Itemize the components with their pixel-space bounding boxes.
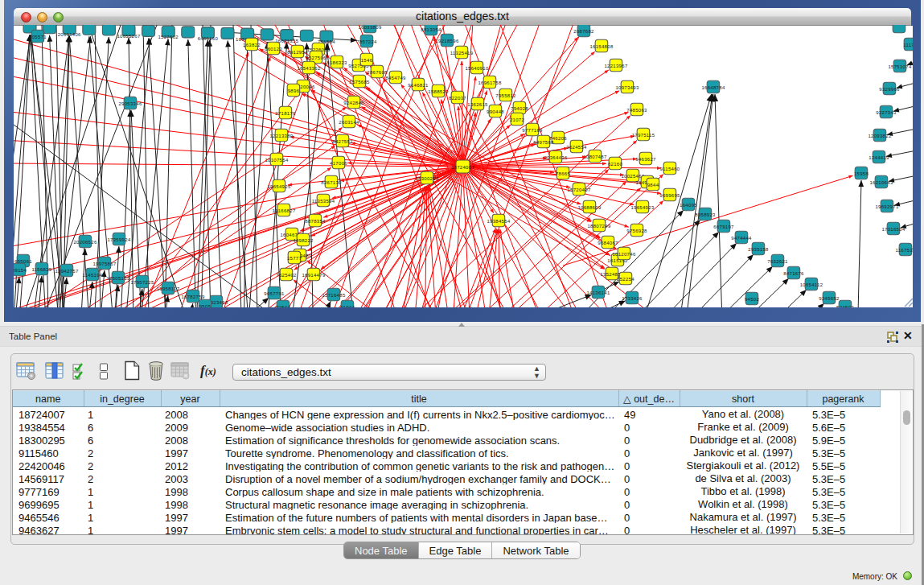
svg-text:8471676: 8471676 [783, 271, 804, 276]
svg-text:19692971: 19692971 [875, 204, 898, 209]
svg-text:9756928: 9756928 [626, 229, 647, 233]
svg-text:9527506: 9527506 [306, 56, 326, 60]
svg-text:1733426: 1733426 [622, 296, 643, 301]
svg-text:2935158: 2935158 [748, 247, 769, 252]
svg-text:9227343: 9227343 [876, 110, 897, 115]
svg-text:1527602: 1527602 [158, 35, 179, 39]
svg-text:12505155: 12505155 [106, 276, 129, 281]
svg-text:7485063: 7485063 [626, 108, 647, 113]
svg-text:62160: 62160 [608, 162, 623, 167]
svg-text:1167533: 1167533 [895, 248, 913, 253]
svg-text:19654925: 19654925 [267, 184, 290, 189]
svg-text:10120746: 10120746 [612, 252, 635, 257]
svg-text:794028: 794028 [511, 106, 528, 111]
svg-text:8878354: 8878354 [305, 219, 326, 224]
svg-text:7625402: 7625402 [276, 273, 297, 278]
svg-text:19958117: 19958117 [157, 286, 180, 291]
svg-text:18300295: 18300295 [415, 176, 438, 181]
svg-text:10973493: 10973493 [615, 85, 639, 90]
svg-text:10688609: 10688609 [577, 205, 601, 210]
svg-text:91044: 91044 [340, 305, 355, 307]
svg-text:11175: 11175 [903, 43, 913, 47]
svg-text:15720407: 15720407 [567, 187, 590, 192]
svg-text:2867608: 2867608 [367, 70, 388, 75]
svg-text:19654923: 19654923 [630, 205, 654, 210]
svg-text:15716485: 15716485 [322, 293, 345, 298]
svg-text:163822: 163822 [243, 43, 261, 47]
svg-text:16154808: 16154808 [589, 44, 613, 49]
svg-text:9245652: 9245652 [819, 296, 840, 301]
svg-text:94502: 94502 [745, 297, 760, 302]
svg-text:19384554: 19384554 [487, 219, 510, 224]
svg-text:9896: 9896 [288, 89, 300, 93]
svg-text:1588520: 1588520 [428, 89, 449, 94]
svg-text:16648784: 16648784 [701, 85, 725, 90]
svg-text:17016504: 17016504 [881, 227, 905, 232]
svg-text:7632621: 7632621 [767, 259, 788, 264]
svg-text:990448: 990448 [487, 109, 504, 114]
svg-text:10654112: 10654112 [800, 282, 823, 287]
svg-text:72544: 72544 [276, 305, 291, 307]
svg-text:12213967: 12213967 [604, 64, 627, 68]
svg-text:18724007: 18724007 [451, 165, 474, 170]
svg-text:11325419: 11325419 [450, 51, 474, 56]
svg-text:5575685: 5575685 [349, 80, 370, 84]
svg-text:15777: 15777 [287, 256, 302, 261]
svg-text:16782759: 16782759 [181, 295, 204, 299]
svg-text:8958923: 8958923 [695, 212, 716, 217]
svg-text:1362615: 1362615 [467, 102, 488, 107]
svg-text:16914479: 16914479 [302, 273, 325, 278]
svg-text:8454749: 8454749 [385, 76, 406, 80]
svg-text:17957225: 17957225 [130, 280, 154, 285]
svg-text:17359924: 17359924 [107, 237, 130, 242]
svg-text:4498222: 4498222 [293, 238, 314, 243]
svg-text:20364436: 20364436 [544, 155, 567, 160]
svg-text:8186323: 8186323 [326, 60, 347, 65]
svg-text:524502: 524502 [836, 305, 854, 307]
svg-text:9844: 9844 [647, 183, 659, 187]
svg-text:19218596: 19218596 [435, 39, 458, 43]
svg-text:7857224: 7857224 [356, 39, 377, 44]
svg-text:12942757: 12942757 [55, 269, 78, 274]
svg-text:1244419: 1244419 [869, 155, 889, 160]
svg-text:10107554: 10107554 [265, 158, 288, 163]
svg-text:20206526: 20206526 [73, 240, 97, 245]
svg-text:16961758: 16961758 [478, 80, 501, 85]
svg-text:9699695: 9699695 [659, 193, 680, 198]
svg-text:16033809: 16033809 [358, 25, 381, 30]
svg-text:9115460: 9115460 [659, 167, 680, 171]
svg-text:21072: 21072 [510, 117, 525, 122]
svg-text:39154: 39154 [14, 268, 27, 273]
svg-text:15958: 15958 [854, 171, 869, 176]
svg-text:9463627: 9463627 [635, 157, 656, 162]
svg-text:8912954: 8912954 [287, 50, 308, 55]
svg-text:822037: 822037 [449, 96, 466, 101]
svg-text:1145194: 1145194 [82, 273, 102, 278]
svg-text:29053346: 29053346 [118, 101, 142, 106]
svg-text:8427552: 8427552 [332, 139, 353, 144]
svg-text:7955812: 7955812 [495, 93, 516, 98]
svg-text:405571: 405571 [29, 35, 47, 39]
svg-text:2603144: 2603144 [339, 120, 359, 125]
svg-text:19166827: 19166827 [272, 208, 295, 213]
svg-text:2718176: 2718176 [275, 111, 296, 116]
svg-text:252254: 252254 [617, 277, 634, 282]
svg-text:2087682: 2087682 [573, 29, 594, 34]
svg-text:16543362: 16543362 [297, 66, 320, 71]
svg-text:11353594: 11353594 [312, 199, 335, 204]
svg-text:3624554: 3624554 [566, 145, 587, 150]
svg-text:6679197: 6679197 [713, 225, 734, 229]
svg-text:19975867: 19975867 [92, 262, 116, 266]
svg-text:9242845: 9242845 [343, 101, 364, 105]
svg-text:6466160: 6466160 [198, 36, 219, 41]
svg-text:14136141: 14136141 [586, 290, 610, 295]
svg-text:12213389: 12213389 [269, 134, 293, 138]
svg-text:1156829: 1156829 [31, 267, 51, 272]
svg-text:20691406: 20691406 [58, 32, 81, 37]
svg-text:860123: 860123 [265, 47, 282, 51]
svg-text:9329966: 9329966 [879, 87, 900, 92]
svg-text:8813054: 8813054 [421, 27, 441, 32]
svg-text:18807249: 18807249 [587, 224, 610, 229]
svg-text:16210643: 16210643 [869, 180, 893, 185]
svg-text:9657791: 9657791 [264, 291, 285, 296]
